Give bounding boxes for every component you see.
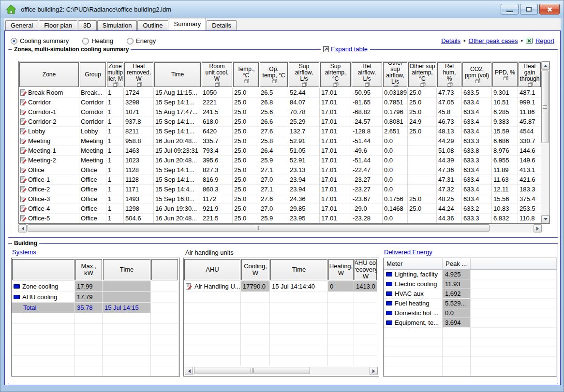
vertical-scrollbar-thumb[interactable] bbox=[541, 71, 549, 143]
ahu-horizontal-scrollbar[interactable] bbox=[185, 367, 378, 375]
title-bar: office building2: C:\PUD\Radiance\office… bbox=[0, 0, 564, 18]
ahu-scrollbar-thumb[interactable] bbox=[194, 367, 310, 374]
zone-name-cell[interactable]: Meeting-2 bbox=[19, 156, 79, 165]
cell-text: 52.91 bbox=[290, 157, 306, 164]
delivered-energy-link[interactable]: Delivered Energy bbox=[384, 248, 432, 256]
zone-name-cell[interactable]: Meeting-1 bbox=[19, 146, 79, 156]
ahu-name-cell[interactable]: Air Handling U... bbox=[184, 281, 241, 292]
unit-selector-icon[interactable] bbox=[503, 76, 508, 80]
scroll-left-button[interactable] bbox=[18, 224, 27, 232]
maximize-button[interactable] bbox=[520, 4, 538, 15]
zone-name-cell[interactable]: Office bbox=[19, 165, 79, 175]
zone-name-cell[interactable]: Office-4 bbox=[19, 204, 79, 214]
close-button[interactable] bbox=[539, 4, 560, 15]
minimize-button[interactable] bbox=[501, 4, 519, 15]
horizontal-scrollbar[interactable] bbox=[18, 224, 542, 232]
unit-selector-icon[interactable] bbox=[333, 82, 339, 87]
details-link[interactable]: Details bbox=[441, 37, 460, 44]
radio-button[interactable] bbox=[82, 38, 89, 44]
scroll-right-button[interactable] bbox=[534, 224, 542, 232]
zone-name-cell[interactable]: Corridor-2 bbox=[19, 117, 79, 127]
tab-simulation[interactable]: Simulation bbox=[97, 20, 137, 30]
zone-name-cell[interactable]: Office-1 bbox=[19, 175, 79, 185]
unit-selector-icon[interactable] bbox=[302, 82, 307, 87]
value-cell: 51.05 bbox=[288, 146, 320, 156]
column-header-op-temp-c: Op. temp, °C bbox=[260, 62, 288, 87]
empty-cell bbox=[75, 324, 103, 334]
meter-label: Domestic hot ... bbox=[395, 309, 438, 317]
ahu-table: AHUCooling, WTimeHeating, WAHU col recov… bbox=[183, 258, 379, 377]
other-peak-cases-link[interactable]: Other peak cases bbox=[469, 37, 518, 44]
scroll-down-button[interactable] bbox=[541, 215, 549, 223]
ahu-scrollbar-track[interactable] bbox=[193, 367, 370, 375]
tab-outline[interactable]: Outline bbox=[137, 20, 168, 30]
unit-selector-icon[interactable] bbox=[272, 79, 277, 83]
scroll-right-button[interactable] bbox=[370, 367, 378, 375]
empty-cell bbox=[151, 334, 178, 345]
zone-name-cell[interactable]: Corridor bbox=[19, 98, 79, 107]
unit-selector-icon[interactable] bbox=[475, 79, 480, 83]
value-cell: 45.87 bbox=[518, 117, 541, 127]
cell-text: 25.0 bbox=[234, 89, 246, 96]
empty-cell bbox=[75, 313, 103, 324]
value-cell: 413.1 bbox=[518, 165, 541, 175]
delivered-column-header-meter: Meter bbox=[384, 258, 443, 270]
value-cell: 70.78 bbox=[288, 107, 320, 117]
expand-icon[interactable] bbox=[323, 46, 329, 52]
zone-name-cell[interactable]: Corridor-1 bbox=[19, 107, 79, 117]
cell-text: 17.01 bbox=[321, 137, 337, 145]
empty-cell bbox=[443, 347, 471, 357]
value-cell: 25.0 bbox=[233, 117, 259, 127]
radio-energy[interactable]: Energy bbox=[127, 37, 156, 44]
tab-floor-plan[interactable]: Floor plan bbox=[39, 20, 77, 30]
systems-header-row: Max., kWTime bbox=[12, 258, 179, 281]
zone-name-cell[interactable]: Break Room bbox=[19, 88, 79, 98]
report-link[interactable]: Report bbox=[535, 37, 554, 44]
value-cell: 11.89 bbox=[492, 165, 518, 175]
tab-3d[interactable]: 3D bbox=[78, 20, 97, 30]
zone-name-cell[interactable]: Office-2 bbox=[19, 185, 79, 194]
systems-link[interactable]: Systems bbox=[12, 248, 36, 256]
horizontal-scrollbar-track[interactable] bbox=[27, 224, 534, 232]
unit-selector-icon[interactable] bbox=[113, 82, 119, 87]
tab-summary[interactable]: Summary bbox=[169, 18, 207, 30]
horizontal-scrollbar-thumb[interactable] bbox=[28, 224, 490, 232]
zone-name-cell[interactable]: Office-3 bbox=[19, 194, 79, 204]
radio-button[interactable] bbox=[11, 38, 17, 44]
empty-cell bbox=[12, 345, 75, 356]
unit-selector-icon[interactable] bbox=[447, 82, 453, 87]
unit-selector-icon[interactable] bbox=[528, 82, 533, 87]
meter-label-cell: Equipment, te... bbox=[384, 318, 443, 328]
unit-selector-icon[interactable] bbox=[365, 82, 370, 87]
cell-text: 25.0 bbox=[234, 215, 246, 222]
tab-general[interactable]: General bbox=[5, 20, 38, 30]
empty-cell bbox=[270, 324, 328, 334]
tab-details[interactable]: Details bbox=[207, 20, 237, 30]
zone-name-cell[interactable]: Office-5 bbox=[19, 214, 79, 223]
unit-selector-icon[interactable] bbox=[137, 82, 142, 87]
radio-button[interactable] bbox=[127, 38, 134, 44]
time-cell bbox=[103, 281, 151, 292]
unit-selector-icon[interactable] bbox=[420, 82, 426, 87]
zone-name-cell[interactable]: Lobby bbox=[19, 127, 79, 136]
cell-text: Meeting-2 bbox=[28, 157, 56, 164]
vertical-scrollbar-track[interactable] bbox=[541, 70, 549, 215]
cell-text: -68.82 bbox=[353, 108, 371, 116]
expand-table-link[interactable]: Expand table bbox=[331, 45, 368, 53]
peak-cell: 4.925 bbox=[443, 270, 471, 279]
scroll-left-button[interactable] bbox=[185, 367, 193, 375]
radio-heating[interactable]: Heating bbox=[82, 37, 113, 44]
value-cell: 15.59 bbox=[492, 127, 518, 136]
unit-selector-icon[interactable] bbox=[215, 82, 220, 87]
value-cell: Break... bbox=[79, 88, 106, 98]
column-header-rel-hum: Rel hum, % bbox=[437, 62, 461, 87]
zone-name-cell[interactable]: Meeting bbox=[19, 136, 79, 146]
cell-text: 633.4 bbox=[463, 176, 479, 183]
cell-text: 1 bbox=[108, 157, 111, 164]
unit-selector-icon[interactable] bbox=[244, 79, 249, 83]
radio-cooling-summary[interactable]: Cooling summary bbox=[11, 37, 69, 44]
vertical-scrollbar[interactable] bbox=[541, 61, 549, 223]
cell-text: 132.7 bbox=[290, 128, 306, 135]
scroll-up-button[interactable] bbox=[541, 61, 549, 70]
unit-selector-icon[interactable] bbox=[393, 85, 399, 87]
